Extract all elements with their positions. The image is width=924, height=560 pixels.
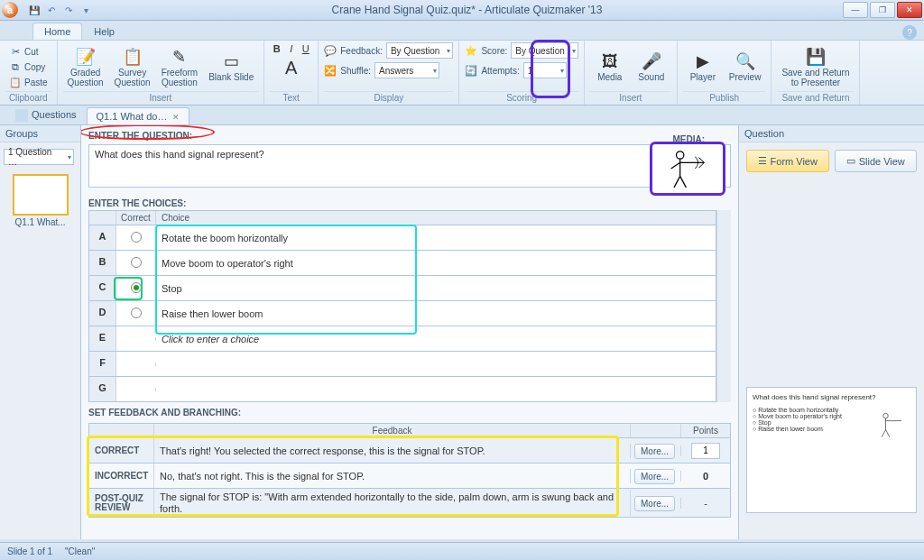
svg-point-0 [677, 151, 684, 159]
player-button[interactable]: ▶Player [683, 48, 723, 86]
form-view-button[interactable]: ☰Form View [746, 150, 829, 172]
save-return-button[interactable]: 💾Save and Return to Presenter [777, 43, 854, 90]
group-clipboard: ✂Cut ⧉Copy 📋Paste Clipboard [0, 41, 58, 105]
crane-signal-illustration [656, 146, 719, 191]
freeform-question-button[interactable]: ✎Freeform Question [157, 43, 203, 90]
group-label-save: Save and Return [777, 91, 854, 105]
col-header-correct: Correct [116, 211, 156, 225]
points-correct-input[interactable] [691, 443, 720, 459]
center-editor: ENTER THE QUESTION: What does this hand … [81, 125, 738, 539]
qat-dropdown-icon[interactable]: ▾ [79, 3, 93, 17]
radio-b[interactable] [131, 257, 142, 268]
group-display: 💬Feedback:By Question 🔀Shuffle:Answers D… [319, 41, 459, 105]
sound-button[interactable]: 🎤Sound [632, 48, 671, 86]
choice-row-e[interactable]: EClick to enter a choice [88, 326, 716, 352]
document-tabs: Questions Q1.1 What do…✕ [0, 106, 924, 125]
font-color-icon[interactable]: A [281, 57, 302, 78]
groups-select[interactable]: 1 Question … [4, 149, 74, 165]
paste-button[interactable]: 📋Paste [5, 75, 51, 89]
group-save-return: 💾Save and Return to Presenter Save and R… [772, 41, 860, 105]
undo-icon[interactable]: ↶ [44, 3, 59, 17]
window-title: Crane Hand Signal Quiz.quiz* - Articulat… [93, 4, 841, 16]
app-icon[interactable]: a [2, 2, 18, 18]
close-tab-icon[interactable]: ✕ [172, 113, 180, 122]
score-combo[interactable]: By Question [511, 42, 578, 59]
underline-button[interactable]: U [300, 42, 312, 55]
preview-icon: 🔍 [735, 50, 756, 72]
minimize-button[interactable]: — [843, 2, 868, 18]
choice-row-f[interactable]: F [88, 352, 716, 377]
bold-button[interactable]: B [271, 42, 283, 55]
attempts-combo[interactable]: 1 [523, 62, 567, 78]
blank-icon: ▭ [220, 50, 242, 72]
tab-home[interactable]: Home [32, 23, 82, 40]
group-label-clipboard: Clipboard [5, 91, 51, 105]
app-name: Articulate Quizmaker '13 [485, 4, 602, 16]
graded-question-button[interactable]: 📝Graded Question [63, 43, 108, 90]
attempts-icon: 🔄 [465, 64, 477, 77]
redo-icon[interactable]: ↷ [61, 3, 76, 17]
more-correct-button[interactable]: More... [634, 444, 675, 459]
group-label-publish: Publish [683, 91, 766, 105]
help-icon[interactable]: ? [902, 25, 917, 40]
feedback-row-correct: CORRECT That's right! You selected the c… [88, 438, 731, 464]
tab-questions[interactable]: Questions [5, 106, 87, 124]
cut-icon: ✂ [9, 45, 22, 58]
save-icon[interactable]: 💾 [27, 3, 42, 17]
preview-button[interactable]: 🔍Preview [725, 48, 766, 86]
window-buttons: — ❐ ✕ [841, 2, 922, 18]
survey-question-button[interactable]: 📋Survey Question [110, 43, 155, 90]
questions-icon [15, 109, 28, 122]
copy-button[interactable]: ⧉Copy [5, 60, 51, 74]
more-postquiz-button[interactable]: More... [634, 496, 675, 511]
choice-row-a[interactable]: ARotate the boom horizontally [88, 225, 716, 251]
choice-row-c[interactable]: CStop [88, 276, 716, 301]
feedback-table: Feedback Points CORRECT That's right! Yo… [88, 423, 731, 518]
points-incorrect: 0 [681, 469, 730, 483]
radio-d[interactable] [131, 308, 142, 318]
graded-icon: 📝 [75, 46, 97, 68]
choices-header-row: Correct Choice [88, 210, 716, 225]
blank-slide-button[interactable]: ▭Blank Slide [204, 48, 258, 86]
choice-row-b[interactable]: BMove boom to operator's right [88, 251, 716, 276]
feedback-combo[interactable]: By Question [386, 42, 453, 59]
group-scoring: ⭐Score:By Question 🔄Attempts:1 Scoring [459, 41, 584, 105]
copy-icon: ⧉ [9, 60, 22, 73]
survey-icon: 📋 [122, 46, 143, 68]
svg-line-2 [674, 176, 680, 188]
feedback-row-incorrect: INCORRECT No, that's not right. This is … [88, 464, 731, 489]
radio-a[interactable] [131, 232, 142, 243]
radio-c[interactable] [131, 282, 142, 293]
choices-scrollbar[interactable] [716, 210, 731, 402]
tab-current-question[interactable]: Q1.1 What do…✕ [87, 107, 190, 124]
left-panel: Groups 1 Question … Q1.1 What... [0, 125, 81, 539]
question-text-field[interactable]: What does this hand signal represent? ME… [88, 144, 731, 188]
groups-header: Groups [0, 125, 80, 142]
quick-access-toolbar: 💾 ↶ ↷ ▾ [27, 3, 93, 17]
group-insert-questions: 📝Graded Question 📋Survey Question ✎Freef… [58, 41, 265, 105]
slide-thumbnail[interactable]: Q1.1 What... [13, 174, 69, 227]
ribbon-tabstrip: Home Help ? [0, 21, 924, 41]
close-button[interactable]: ✕ [897, 2, 922, 18]
slide-view-button[interactable]: ▭Slide View [835, 150, 918, 172]
choice-row-d[interactable]: DRaise then lower boom [88, 301, 716, 326]
choice-row-g[interactable]: G [88, 377, 716, 402]
maximize-button[interactable]: ❐ [870, 2, 895, 18]
italic-button[interactable]: I [285, 42, 298, 55]
media-icon: 🖼 [599, 50, 621, 72]
slide-preview[interactable]: What does this hand signal represent? ○ … [746, 387, 917, 513]
choices-table: Correct Choice ARotate the boom horizont… [88, 210, 731, 402]
cut-button[interactable]: ✂Cut [5, 44, 51, 59]
question-panel-header: Question [739, 125, 924, 142]
more-incorrect-button[interactable]: More... [634, 469, 675, 484]
media-button[interactable]: 🖼Media [590, 48, 630, 86]
feedback-header: SET FEEDBACK AND BRANCHING: [81, 402, 738, 419]
tab-help[interactable]: Help [82, 23, 126, 40]
svg-line-5 [671, 162, 680, 169]
media-preview[interactable] [650, 142, 725, 196]
feedback-icon: 💬 [324, 44, 337, 57]
shuffle-combo[interactable]: Answers [374, 62, 439, 78]
enter-question-header: ENTER THE QUESTION: [81, 125, 738, 142]
sound-icon: 🎤 [641, 50, 662, 72]
group-text: B I U A Text [264, 41, 319, 105]
